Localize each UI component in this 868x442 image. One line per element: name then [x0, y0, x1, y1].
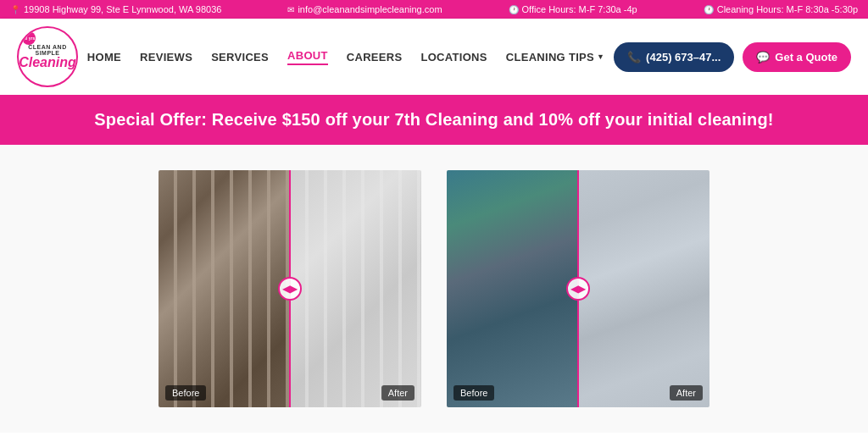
before-after-section: ◀▶ Before After ◀▶ Before After [0, 145, 868, 433]
clock2-icon: 🕐 [704, 5, 714, 14]
nav-locations[interactable]: LOCATIONS [420, 51, 487, 64]
filter-before-label: Before [165, 385, 206, 401]
nav-cleaning-tips[interactable]: CLEANING TIPS ▼ [506, 51, 605, 64]
logo-area[interactable]: 30 yrs CLEAN AND SIMPLE Cleaning [17, 26, 78, 87]
fridge-dirty-image [447, 170, 578, 407]
header-buttons: 📞 (425) 673–47... 💬 Get a Quote [614, 42, 851, 72]
nav-about[interactable]: ABOUT [287, 49, 328, 65]
nav-reviews[interactable]: REVIEWS [140, 51, 192, 64]
email-text: info@cleanandsimplecleaning.com [298, 4, 442, 14]
promo-banner: Special Offer: Receive $150 off your 7th… [0, 95, 868, 145]
location-icon: 📍 [10, 5, 20, 14]
cleaning-hours-text: Cleaning Hours: M-F 8:30a -5:30p [717, 4, 858, 14]
fridge-after [578, 170, 709, 407]
email-icon: ✉ [287, 5, 294, 14]
top-bar: 📍 19908 Highway 99, Ste E Lynnwood, WA 9… [0, 0, 868, 19]
filter-before [159, 170, 290, 407]
quote-button[interactable]: 💬 Get a Quote [743, 42, 851, 72]
phone-icon: 📞 [627, 51, 641, 64]
fridge-before [447, 170, 578, 407]
clock-icon: 🕐 [509, 5, 519, 14]
filter-clean-image [290, 170, 421, 407]
office-hours-text: Office Hours: M-F 7:30a -4p [522, 4, 637, 14]
filter-dirty-image [159, 170, 290, 407]
filter-after [290, 170, 421, 407]
nav-services[interactable]: SERVICES [211, 51, 269, 64]
address-item: 📍 19908 Highway 99, Ste E Lynnwood, WA 9… [10, 4, 221, 14]
header: 30 yrs CLEAN AND SIMPLE Cleaning HOME RE… [0, 19, 868, 95]
logo-brand: Cleaning [19, 56, 76, 69]
quote-bubble-icon: 💬 [756, 51, 770, 64]
promo-text: Special Offer: Receive $150 off your 7th… [94, 110, 773, 129]
filter-before-after: ◀▶ Before After [159, 170, 421, 407]
fridge-divider-handle[interactable]: ◀▶ [566, 277, 590, 301]
fridge-inner: ◀▶ Before After [447, 170, 709, 407]
logo: 30 yrs CLEAN AND SIMPLE Cleaning [17, 26, 78, 87]
fridge-before-label: Before [453, 385, 494, 401]
office-hours-item: 🕐 Office Hours: M-F 7:30a -4p [509, 4, 637, 14]
logo-text: CLEAN AND SIMPLE Cleaning [17, 41, 78, 73]
cleaning-tips-dropdown-icon: ▼ [597, 52, 604, 61]
logo-tagline: CLEAN AND SIMPLE [19, 44, 76, 56]
fridge-after-label: After [670, 385, 703, 401]
cleaning-hours-item: 🕐 Cleaning Hours: M-F 8:30a -5:30p [704, 4, 858, 14]
address-text: 19908 Highway 99, Ste E Lynnwood, WA 980… [24, 4, 221, 14]
email-item: ✉ info@cleanandsimplecleaning.com [287, 4, 442, 14]
fridge-clean-image [578, 170, 709, 407]
filter-divider-handle[interactable]: ◀▶ [278, 277, 302, 301]
logo-badge: 30 yrs [22, 31, 36, 45]
main-nav: HOME REVIEWS SERVICES ABOUT CAREERS LOCA… [87, 49, 604, 65]
nav-careers[interactable]: CAREERS [347, 51, 403, 64]
phone-button[interactable]: 📞 (425) 673–47... [614, 42, 734, 72]
fridge-before-after: ◀▶ Before After [447, 170, 709, 407]
nav-home[interactable]: HOME [87, 51, 121, 64]
filter-after-label: After [381, 385, 415, 401]
filter-inner: ◀▶ Before After [159, 170, 421, 407]
